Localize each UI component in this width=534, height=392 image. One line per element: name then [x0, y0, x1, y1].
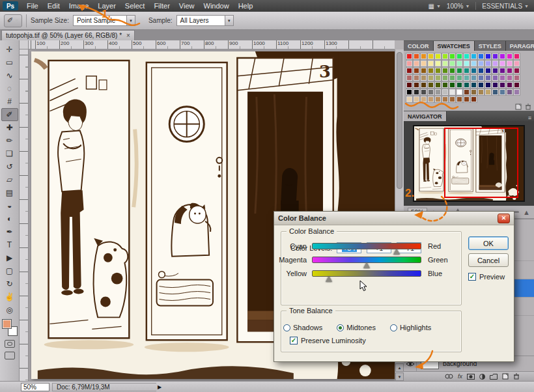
sample-dropdown[interactable]: All Layers ▼ [176, 15, 234, 26]
delete-layer-icon[interactable] [513, 373, 520, 380]
color-swatch[interactable] [434, 74, 442, 81]
color-swatch[interactable] [427, 74, 434, 81]
color-swatch[interactable] [477, 81, 485, 89]
menu-filter[interactable]: Filter [149, 0, 174, 12]
hand-tool[interactable]: ✌ [1, 290, 18, 303]
color-swatch[interactable] [413, 74, 420, 81]
color-swatch[interactable] [420, 96, 427, 103]
color-swatch[interactable] [449, 67, 456, 74]
color-swatch[interactable] [420, 60, 427, 67]
brush-tool[interactable]: ✏ [1, 134, 18, 147]
active-tool-badge[interactable]: ✐▼ [4, 14, 22, 27]
color-swatch[interactable] [477, 89, 485, 96]
eraser-tool[interactable]: ▱ [1, 173, 18, 186]
scroll-up-icon[interactable]: ▲ [395, 363, 404, 372]
preview-checkbox-row[interactable]: ✓ Preview [468, 273, 505, 281]
color-swatch[interactable] [499, 53, 506, 60]
delete-swatch-icon[interactable] [525, 104, 531, 110]
color-swatch[interactable] [456, 53, 463, 60]
type-tool[interactable]: T [1, 238, 18, 251]
slider-track[interactable] [312, 270, 421, 277]
color-swatch[interactable] [513, 74, 520, 81]
color-swatch[interactable] [413, 96, 420, 103]
app-logo[interactable]: Ps [3, 1, 18, 10]
color-swatch[interactable] [506, 67, 513, 74]
quick-mask-mode-button[interactable] [5, 340, 15, 348]
status-arrow-icon[interactable]: ▶ [158, 384, 162, 390]
color-swatch[interactable] [434, 67, 442, 74]
zoom-tool[interactable]: ◎ [1, 303, 18, 316]
color-swatch[interactable] [442, 81, 449, 89]
color-swatch[interactable] [456, 67, 463, 74]
new-swatch-icon[interactable] [515, 104, 522, 110]
color-swatch[interactable] [406, 74, 413, 81]
dodge-tool[interactable]: ◐ [1, 212, 18, 225]
link-layers-icon[interactable] [445, 374, 453, 379]
color-swatch[interactable] [449, 81, 456, 89]
color-swatch[interactable] [485, 74, 492, 81]
chevron-down-icon[interactable]: ▼ [225, 16, 233, 25]
clone-stamp-tool[interactable]: ❏ [1, 147, 18, 160]
color-swatch[interactable] [442, 53, 449, 60]
status-zoom-field[interactable]: 50% [21, 383, 49, 391]
checkbox-checked-icon[interactable]: ✓ [468, 273, 476, 281]
color-swatch[interactable] [427, 53, 434, 60]
eyedropper-tool[interactable]: ✐ [1, 108, 18, 121]
dialog-title-bar[interactable]: Color Balance ✕ [274, 212, 514, 225]
color-swatch[interactable] [492, 60, 499, 67]
tone-midtones-radio[interactable]: Midtones [337, 324, 376, 331]
color-swatch[interactable] [485, 81, 492, 89]
color-swatch[interactable] [456, 81, 463, 89]
color-swatch[interactable] [485, 89, 492, 96]
color-swatch[interactable] [506, 74, 513, 81]
color-swatch[interactable] [499, 60, 506, 67]
color-swatch[interactable] [470, 96, 477, 103]
healing-brush-tool[interactable]: ✚ [1, 121, 18, 134]
color-swatch[interactable] [470, 74, 477, 81]
scrollbar-thumb[interactable] [397, 52, 402, 189]
color-swatch[interactable] [449, 89, 456, 96]
color-swatch[interactable] [427, 81, 434, 89]
color-swatch[interactable] [485, 67, 492, 74]
color-swatch[interactable] [442, 89, 449, 96]
zoom-level-dropdown[interactable]: 100%▼ [447, 3, 470, 10]
color-swatch[interactable] [470, 67, 477, 74]
color-swatch[interactable] [499, 89, 506, 96]
color-swatch[interactable] [499, 81, 506, 89]
panel-menu-icon[interactable]: ≡ [526, 115, 534, 121]
new-group-icon[interactable] [490, 374, 498, 380]
color-swatch[interactable] [492, 81, 499, 89]
marquee-tool[interactable]: ▭ [1, 56, 18, 69]
color-swatch[interactable] [442, 60, 449, 67]
slider-track[interactable] [312, 243, 421, 249]
menu-view[interactable]: View [175, 0, 199, 12]
sample-size-dropdown[interactable]: Point Sample ▼ [73, 15, 135, 26]
color-swatch[interactable] [485, 53, 492, 60]
color-swatch[interactable] [420, 89, 427, 96]
pen-tool[interactable]: ✒ [1, 225, 18, 238]
chevron-down-icon[interactable]: ▼ [126, 16, 135, 25]
checkbox-checked-icon[interactable]: ✓ [290, 337, 298, 344]
color-swatch[interactable] [406, 53, 413, 60]
tone-shadows-radio[interactable]: Shadows [283, 324, 322, 331]
move-tool[interactable]: ✛ [1, 43, 18, 56]
color-swatch[interactable] [506, 53, 513, 60]
color-swatch[interactable] [513, 60, 520, 67]
color-swatch[interactable] [427, 67, 434, 74]
color-swatch[interactable] [434, 89, 442, 96]
color-swatch[interactable] [463, 81, 470, 89]
color-swatch[interactable] [470, 81, 477, 89]
shape-tool[interactable]: ▢ [1, 264, 18, 277]
color-swatch[interactable] [420, 53, 427, 60]
close-icon[interactable]: × [126, 32, 130, 39]
color-swatch[interactable] [449, 60, 456, 67]
color-swatch[interactable] [456, 96, 463, 103]
tab-styles[interactable]: STYLES [475, 41, 506, 51]
color-swatch[interactable] [427, 96, 434, 103]
zoom-in-icon[interactable]: ▲ [523, 208, 530, 216]
color-swatch[interactable] [456, 60, 463, 67]
color-swatch[interactable] [413, 60, 420, 67]
slider-thumb[interactable] [326, 276, 332, 282]
color-swatch[interactable] [434, 96, 442, 103]
color-swatch[interactable] [406, 81, 413, 89]
